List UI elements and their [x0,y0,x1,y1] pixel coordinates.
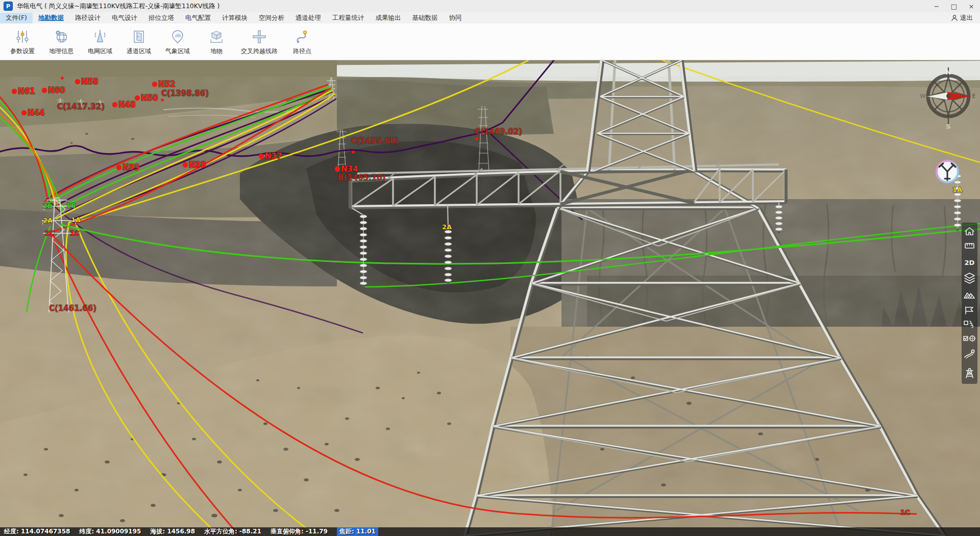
tower-marker-N48[interactable] [112,102,117,107]
ribbon-label: 电网区域 [88,47,112,56]
tower-marker-N44[interactable] [21,110,27,115]
menu-item-6[interactable]: 计算模块 [216,13,253,23]
ribbon-label: 交叉跨越线路 [241,47,278,56]
ribbon-btn-ground-objects[interactable]: 地物 [197,27,236,57]
compass-west-label: W [920,93,926,100]
menu-item-5[interactable]: 电气配置 [180,13,216,23]
compass-east-label: E [972,93,976,100]
small-marker-dot [475,137,478,140]
tower-marker-N61[interactable] [12,89,17,94]
application-window: P 华瓴电气 ( 尚义义缘~南壕堑110KV线路工程-义缘-南壕堑110KV线路… [0,0,980,536]
menu-item-7[interactable]: 空间分析 [253,13,290,23]
phase-label-1C: 1C [900,508,910,516]
tower-marker-label: N37 [265,152,282,161]
status-item-3: 水平方位角: -88.21 [204,527,261,536]
phase-label-2A: 2A [43,216,53,224]
menu-item-1[interactable]: 地勘数据 [33,13,69,23]
window-controls: − □ × [928,0,980,12]
menu-item-2[interactable]: 路径设计 [69,13,106,23]
ribbon-toolbar: 参数设置 地理信息 电网区域 [0,23,980,60]
compass-north-label: N [946,68,951,76]
elevation-label: C(1461.66) [49,304,96,313]
menu-item-4[interactable]: 排位立塔 [143,13,180,23]
menu-item-0[interactable]: 文件(F) [0,13,33,23]
tower-marker-N39[interactable] [116,165,121,170]
ribbon-btn-geo-info[interactable]: 地理信息 [42,27,81,57]
tower-marker-label: N38 [189,160,206,169]
ribbon-btn-crossing-lines[interactable]: 交叉跨越线路 [236,27,283,57]
tower-marker-label: N34 [341,164,358,174]
small-marker-dot [161,99,164,102]
tower-marker-label: N39 [122,163,139,172]
status-items: 经度: 114.07467358纬度: 41.09009195海拔: 1456.… [4,527,378,536]
2d-view-icon[interactable]: 2D [965,259,975,266]
tower-marker-label: N52 [158,80,175,89]
ribbon-label: 气象区域 [165,47,190,56]
menu-item-9[interactable]: 工程量统计 [327,13,370,23]
3d-scene-canvas[interactable]: N61N60N58N52N50N48N44N39N38N37N34C(1417.… [0,60,980,536]
sliders-icon [15,29,30,44]
phase-label-2B: 2B [43,202,53,210]
status-item-2: 海拔: 1456.98 [150,527,195,536]
small-marker-dot [61,77,64,80]
phase-label-2A: 2A [442,223,452,231]
tower-marker-label: N48 [118,100,135,109]
tower-marker-label: N60 [48,86,65,95]
cross-icon [252,29,267,44]
ribbon-label: 参数设置 [10,47,35,56]
ribbon-btn-parameter-settings[interactable]: 参数设置 [3,27,42,57]
insulator-string-right-arm [775,203,782,233]
ribbon-btn-path-points[interactable]: 路径点 [283,27,322,57]
tower-marker-N60[interactable] [42,88,47,93]
close-button[interactable]: × [963,0,980,12]
route-pin-icon [295,29,310,44]
menu-item-8[interactable]: 通道处理 [290,13,327,23]
title-bar: P 华瓴电气 ( 尚义义缘~南壕堑110KV线路工程-义缘-南壕堑110KV线路… [0,0,980,12]
menu-item-11[interactable]: 基础数据 [406,13,443,23]
small-marker-dot [352,151,355,154]
elevation-label: C(1398.86) [161,89,209,98]
orientation-gizmo[interactable] [937,161,958,182]
phase-label-1B: 1B [66,202,76,209]
side-toolbar: 2D [962,223,977,384]
cloud-pin-icon [170,29,185,44]
ribbon-btn-channel-region[interactable]: 通道区域 [119,27,158,57]
status-item-0: 经度: 114.07467358 [4,527,70,536]
window-title: 华瓴电气 ( 尚义义缘~南壕堑110KV线路工程-义缘-南壕堑110KV线路 ) [17,2,219,11]
svg-text:2D: 2D [965,259,975,266]
tower-marker-N38[interactable] [183,162,188,167]
tower-marker-N37[interactable] [259,154,264,159]
tower-marker-N34[interactable] [335,166,340,172]
tower-marker-N52[interactable] [152,82,157,87]
menu-item-12[interactable]: 协同 [443,13,467,23]
tower-marker-label: N61 [18,87,35,96]
ribbon-btn-grid-region[interactable]: 电网区域 [81,27,119,57]
tower-marker-N58[interactable] [75,79,80,84]
status-bar: 经度: 114.07467358纬度: 41.09009195海拔: 1456.… [0,527,980,536]
phase-label-1C: 1C [70,229,80,237]
menu-items: 文件(F)地勘数据路径设计电气设计排位立塔电气配置计算模块空间分析通道处理工程量… [0,13,467,23]
phase-label-1A: 1A [952,186,962,193]
ribbon-label: 地物 [210,47,223,56]
ribbon-label: 地理信息 [49,47,74,56]
tower-marker-label: N44 [28,108,44,117]
exit-button[interactable]: 退出 [960,14,973,22]
elevation-label: B(1465.10) [338,173,385,182]
globe-pin-icon [54,29,69,44]
app-logo-icon: P [4,2,13,11]
phase-label-2C: 2C [45,229,55,237]
cube-icon [209,29,224,44]
ribbon-btn-weather-region[interactable]: 气象区域 [158,27,197,57]
status-item-1: 纬度: 41.09009195 [79,527,141,536]
user-exit-area[interactable]: 退出 [951,14,980,22]
ribbon-label: 路径点 [293,47,311,56]
menu-item-10[interactable]: 成果输出 [370,13,406,23]
menu-item-3[interactable]: 电气设计 [106,13,143,23]
tower-signal-icon [92,29,108,44]
tower-marker-label: N58 [81,77,98,86]
user-icon [951,14,958,21]
maximize-button[interactable]: □ [945,0,963,12]
minimize-button[interactable]: − [928,0,945,12]
ribbon-label: 通道区域 [127,47,151,56]
tower-marker-label: N50 [141,93,158,103]
